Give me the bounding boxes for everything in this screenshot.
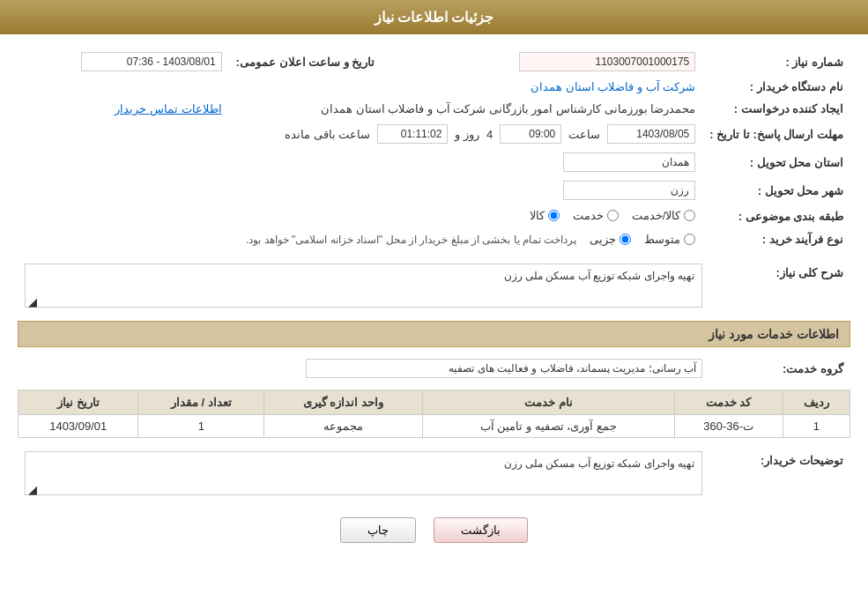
nam-dastgah-label: نام دستگاه خریدار : — [702, 76, 850, 98]
print-button[interactable]: چاپ — [340, 517, 416, 543]
tabaqe-kala-khadamat-item: کالا/خدمت — [632, 209, 696, 222]
tabaqe-label: طبقه بندی موضوعی : — [702, 204, 850, 228]
service-table: ردیف کد خدمت نام خدمت واحد اندازه گیری ت… — [18, 390, 850, 438]
shomara-row: شماره نیاز : 1103007001000175 تاریخ و سا… — [18, 48, 850, 76]
info-table: شماره نیاز : 1103007001000175 تاریخ و سا… — [18, 48, 850, 250]
shahr-row: شهر محل تحویل : رزن — [18, 176, 850, 204]
page-header: جزئیات اطلاعات نیاز — [0, 0, 868, 34]
nam-dastgah-row: نام دستگاه خریدار : شرکت آب و فاضلاب است… — [18, 76, 850, 98]
mohlat-baqi-label: ساعت باقی مانده — [285, 128, 370, 141]
btn-row: بازگشت چاپ — [18, 517, 850, 543]
tozihat-resize-handle[interactable]: ◢ — [26, 483, 37, 494]
page-wrapper: جزئیات اطلاعات نیاز شماره نیاز : 1103007… — [0, 0, 868, 609]
tarikh-elan-label: تاریخ و ساعت اعلان عمومی: — [229, 48, 382, 76]
ostan-label: استان محل تحویل : — [702, 148, 850, 176]
back-button[interactable]: بازگشت — [434, 517, 528, 543]
nooe-group: متوسط جزیی پرداخت تمام یا بخشی از مبلغ خ… — [25, 233, 695, 246]
service-tbody: 1ت-36-360جمع آوری، تصفیه و تامین آبمجموع… — [19, 415, 850, 438]
nooe-jozii-radio[interactable] — [619, 234, 631, 245]
nooe-motavassit-radio[interactable] — [684, 234, 695, 245]
ijad-konande-value: محمدرضا بورزمانی کارشناس امور بازرگانی ش… — [229, 98, 703, 120]
mohlat-rooz-label: روز و — [455, 128, 479, 141]
mohlat-rooz-value: 4 — [486, 128, 493, 141]
tabaqe-row: طبقه بندی موضوعی : کالا/خدمت خدمت — [18, 204, 850, 228]
ijad-konande-display: محمدرضا بورزمانی کارشناس امور بازرگانی ش… — [321, 102, 695, 115]
tarikh-elan-value: 1403/08/01 - 07:36 — [18, 48, 229, 76]
grooh-label: گروه خدمت: — [709, 354, 850, 382]
mohlat-row: مهلت ارسال پاسخ: تا تاریخ : 1403/08/05 س… — [18, 120, 850, 148]
tabaqe-kala-item: کالا — [530, 209, 560, 222]
nooe-motavassit-label: متوسط — [644, 233, 680, 246]
nooe-jozii-item: جزیی — [590, 233, 631, 246]
mohlat-row-content: 1403/08/05 ساعت 09:00 4 روز و 01:11:02 س… — [25, 124, 695, 144]
shomara-label: شماره نیاز : — [702, 48, 850, 76]
col-vahed: واحد اندازه گیری — [264, 390, 423, 415]
mohlat-saat-label: ساعت — [568, 128, 600, 141]
tabaqe-kala-radio[interactable] — [548, 210, 560, 221]
shahr-label: شهر محل تحویل : — [702, 176, 850, 204]
ijad-konande-row: ایجاد کننده درخواست : محمدرضا بورزمانی ک… — [18, 98, 850, 120]
table-row: 1ت-36-360جمع آوری، تصفیه و تامین آبمجموع… — [19, 415, 850, 438]
shahr-value: رزن — [563, 181, 695, 200]
nam-dastgah-display: شرکت آب و فاضلاب استان همدان — [530, 80, 695, 93]
tozihat-section: توضیحات خریدار: تهیه واجرای شبکه توزیع آ… — [18, 447, 850, 500]
tabaqe-khadamat-label: خدمت — [573, 209, 604, 222]
col-kod: کد خدمت — [674, 390, 783, 415]
tabaqe-kala-khadamat-label: کالا/خدمت — [632, 209, 681, 222]
tabaqe-kala-khadamat-radio[interactable] — [684, 210, 695, 221]
sharh-label: شرح کلی نیاز: — [709, 259, 850, 312]
mohlat-saat: 09:00 — [500, 124, 561, 144]
tabaqe-group: کالا/خدمت خدمت کالا — [530, 209, 696, 222]
grooh-table: گروه خدمت: آب رسانی؛ مدیریت پسماند، فاضل… — [18, 354, 850, 382]
main-content: شماره نیاز : 1103007001000175 تاریخ و سا… — [0, 34, 868, 574]
tozihat-label: توضیحات خریدار: — [709, 447, 850, 500]
mohlat-date: 1403/08/05 — [607, 124, 695, 144]
col-tedad: تعداد / مقدار — [138, 390, 264, 415]
tabaqe-kala-label: کالا — [530, 209, 545, 222]
nooe-farayand-row: نوع فرآیند خرید : متوسط جزیی پرداخت تمام… — [18, 228, 850, 250]
ijad-konande-label: ایجاد کننده درخواست : — [702, 98, 850, 120]
ostan-value: همدان — [563, 152, 695, 172]
col-nam: نام خدمت — [422, 390, 674, 415]
mohlat-label: مهلت ارسال پاسخ: تا تاریخ : — [702, 120, 850, 148]
mohlat-baqi: 01:11:02 — [377, 124, 448, 144]
tozihat-value: تهیه واجرای شبکه توزیع آب مسکن ملی رزن — [25, 451, 702, 495]
col-radif: ردیف — [783, 390, 849, 415]
nooe-jozii-label: جزیی — [590, 233, 616, 246]
shomara-display: 1103007001000175 — [519, 52, 695, 71]
service-info-header: اطلاعات خدمات مورد نیاز — [18, 321, 850, 347]
tarikh-elan-display: 1403/08/01 - 07:36 — [81, 52, 222, 71]
sharh-value: تهیه واجرای شبکه توزیع آب مسکن ملی رزن — [25, 264, 702, 308]
grooh-value: آب رسانی؛ مدیریت پسماند، فاضلاب و فعالیت… — [306, 359, 702, 378]
sharh-container: تهیه واجرای شبکه توزیع آب مسکن ملی رزن ◢ — [25, 264, 702, 308]
tozihat-container: تهیه واجرای شبکه توزیع آب مسکن ملی رزن ◢ — [25, 451, 702, 495]
resize-handle[interactable]: ◢ — [26, 295, 37, 306]
ostan-row: استان محل تحویل : همدان — [18, 148, 850, 176]
nooe-farayand-label: نوع فرآیند خرید : — [702, 228, 850, 250]
contact-link[interactable]: اطلاعات تماس خریدار — [115, 102, 221, 115]
page-title: جزئیات اطلاعات نیاز — [375, 10, 494, 25]
sharh-section: شرح کلی نیاز: تهیه واجرای شبکه توزیع آب … — [18, 259, 850, 312]
nam-dastgah-value: شرکت آب و فاضلاب استان همدان — [18, 76, 702, 98]
shomara-value: 1103007001000175 — [404, 48, 702, 76]
tabaqe-khadamat-item: خدمت — [573, 209, 619, 222]
nooe-motavassit-item: متوسط — [644, 233, 695, 246]
tabaqe-khadamat-radio[interactable] — [607, 210, 619, 221]
nooe-note: پرداخت تمام یا بخشی از مبلغ خریدار از مح… — [246, 234, 576, 246]
col-tarikh: تاریخ نیاز — [19, 390, 138, 415]
